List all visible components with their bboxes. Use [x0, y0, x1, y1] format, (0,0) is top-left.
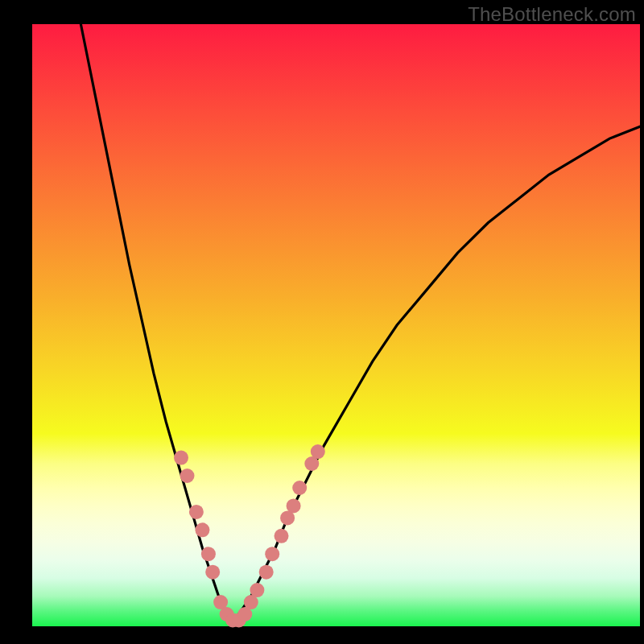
data-marker [292, 481, 307, 495]
plot-gradient-background [32, 24, 640, 626]
data-marker [189, 505, 204, 519]
chart-canvas [0, 0, 644, 644]
data-marker [287, 498, 301, 513]
chart-frame: TheBottleneck.com [0, 0, 644, 644]
data-marker [311, 444, 325, 459]
data-marker [205, 565, 220, 580]
data-marker [259, 565, 274, 580]
data-marker [180, 469, 195, 483]
data-marker [275, 529, 289, 543]
data-marker [201, 547, 216, 561]
data-marker [174, 451, 188, 465]
data-marker [265, 547, 279, 561]
watermark-text: TheBottleneck.com [468, 3, 636, 26]
data-marker [250, 583, 264, 597]
data-marker [195, 522, 209, 537]
